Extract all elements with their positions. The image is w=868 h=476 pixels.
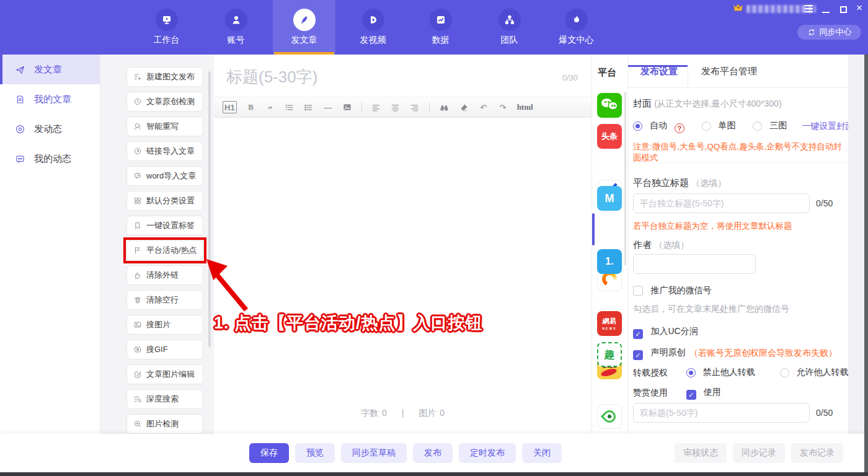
bold-icon[interactable]: B	[246, 101, 256, 113]
sync-to-draft-button[interactable]: 同步至草稿	[341, 443, 407, 463]
close-article-button[interactable]: 关闭	[522, 443, 562, 463]
declare-original-checkbox[interactable]	[633, 350, 643, 360]
author-label: 作者	[633, 239, 652, 250]
close-button[interactable]: ×	[853, 2, 866, 12]
platform-icon-yidianzixun[interactable]: 1.	[597, 249, 622, 274]
reward-label: 赞赏使用	[633, 387, 668, 397]
repost-forbid-radio[interactable]	[686, 368, 696, 377]
platform-icon-dafenghao[interactable]: M	[597, 186, 622, 211]
nav-item-publish-article[interactable]: 发文章	[273, 0, 335, 55]
sidebar-item-publish-article[interactable]: 发文章	[0, 55, 100, 84]
tool-article-image-edit-button[interactable]: 文章图片编辑	[126, 364, 203, 384]
review-status-button[interactable]: 审核状态	[675, 443, 727, 463]
eraser-icon[interactable]	[459, 101, 469, 113]
platform-icon-qutoutiao[interactable]: 趣	[597, 342, 622, 367]
cover-auto-radio[interactable]	[633, 121, 642, 131]
unordered-list-icon[interactable]	[304, 101, 314, 113]
align-right-icon[interactable]	[410, 101, 420, 113]
nav-item-data[interactable]: 数据	[409, 0, 472, 55]
help-question-icon[interactable]: ?	[675, 123, 684, 133]
platform-icon-green-eye[interactable]	[597, 404, 622, 429]
editor-counters: 字数0 | 图片0	[214, 408, 591, 419]
maximize-button[interactable]	[837, 4, 849, 14]
independent-title-input[interactable]	[633, 193, 810, 213]
tools-scrollbar[interactable]	[208, 71, 211, 347]
nav-item-team[interactable]: 团队	[478, 0, 541, 55]
platform-icon-netease[interactable]: 網易 NEWS	[597, 311, 622, 336]
tool-image-check-button[interactable]: 图片检测	[126, 414, 203, 434]
platform-icon-toutiao[interactable]: 头条	[597, 124, 622, 149]
nav-item-publish-video[interactable]: 发视频	[342, 0, 404, 55]
author-input[interactable]	[633, 254, 756, 274]
optional-hint: （选填）	[691, 178, 726, 188]
sidebar-item-publish-moment[interactable]: 发动态	[0, 114, 100, 144]
reward-row: 赞赏使用 使用	[633, 387, 721, 400]
tool-search-gif-button[interactable]: 搜GIF	[126, 340, 203, 359]
platform-icon-text: 1.	[605, 256, 613, 267]
tool-remove-external-links-button[interactable]: 清除外链	[126, 265, 203, 285]
declare-original-row: 声明原创 （若账号无原创权限会导致发布失败）	[633, 347, 837, 360]
tool-originality-check-button[interactable]: 文章原创检测	[126, 92, 203, 112]
publish-records-button[interactable]: 发布记录	[791, 443, 843, 463]
nav-item-workbench[interactable]: 工作台	[135, 0, 198, 55]
nav-item-hot-articles[interactable]: 爆文中心	[545, 0, 608, 55]
insert-image-icon[interactable]	[342, 101, 352, 113]
tool-new-article-button[interactable]: 新建图文发布	[126, 67, 203, 87]
platform-icon-wechat[interactable]	[597, 93, 622, 118]
publish-button[interactable]: 发布	[413, 443, 453, 463]
tool-deep-search-button[interactable]: 深度搜索	[126, 389, 203, 409]
tool-word-import-button[interactable]: word导入文章	[126, 166, 203, 186]
cover-single-radio[interactable]	[702, 121, 711, 131]
cover-triple-radio[interactable]	[753, 121, 762, 131]
list-plus-icon	[133, 73, 142, 81]
nav-item-account[interactable]: 账号	[205, 0, 267, 55]
promote-wechat-label: 推广我的微信号	[650, 285, 711, 295]
horizontal-rule-icon[interactable]: —	[323, 101, 333, 113]
cover-auto-label: 自动	[650, 120, 667, 130]
tab-publish-settings[interactable]: 发布设置	[640, 66, 678, 77]
uc-share-checkbox[interactable]	[633, 329, 643, 339]
preview-button[interactable]: 预览	[295, 443, 335, 463]
sidebar-item-my-moments[interactable]: 我的动态	[0, 144, 100, 174]
align-center-icon[interactable]	[391, 101, 401, 113]
tool-label: 新建图文发布	[146, 71, 195, 82]
article-title-input[interactable]	[226, 63, 518, 90]
ordered-list-icon[interactable]	[285, 101, 294, 113]
promote-wechat-checkbox[interactable]	[633, 286, 643, 296]
panel-scroll-gutter[interactable]	[848, 55, 864, 434]
video-play-icon	[362, 9, 384, 31]
sync-center-label: 同步中心	[820, 27, 852, 38]
menu-icon[interactable]	[802, 4, 815, 14]
platform-rail-scrollbar[interactable]	[624, 92, 626, 265]
chat-dots-icon	[15, 154, 25, 164]
dual-title-input[interactable]	[633, 403, 810, 423]
save-button[interactable]: 保存	[249, 443, 289, 463]
align-left-icon[interactable]	[371, 101, 381, 113]
html-source-icon[interactable]: html	[517, 101, 533, 113]
tool-remove-empty-lines-button[interactable]: 清除空行	[126, 290, 203, 310]
sync-center-button[interactable]: 同步中心	[797, 25, 861, 40]
sidebar-item-my-articles[interactable]: 我的文章	[0, 84, 100, 114]
tool-label: 文章原创检测	[146, 96, 195, 107]
scheduled-publish-button[interactable]: 定时发布	[459, 443, 516, 463]
paper-plane-icon	[15, 64, 25, 75]
tool-smart-rewrite-button[interactable]: 智能重写	[126, 117, 203, 136]
find-binoculars-icon[interactable]	[439, 101, 450, 113]
redo-icon[interactable]: ↷	[498, 101, 508, 113]
one-click-cover-link[interactable]: 一键设置封面	[802, 121, 854, 131]
blockquote-icon[interactable]: ”	[265, 104, 275, 117]
tool-set-tags-button[interactable]: 一键设置标签	[126, 216, 203, 236]
sync-records-button[interactable]: 同步记录	[733, 443, 785, 463]
undo-icon[interactable]: ↶	[479, 101, 489, 113]
tool-search-images-button[interactable]: 搜图片	[126, 315, 203, 335]
article-editor: 0/30 H1 B ” —	[214, 55, 592, 434]
reward-checkbox[interactable]	[686, 390, 696, 400]
tool-platform-activity-button[interactable]: 平台活动/热点	[126, 240, 203, 260]
repost-allow-radio[interactable]	[780, 368, 789, 377]
tool-default-category-button[interactable]: 默认分类设置	[126, 191, 203, 211]
tab-divider	[688, 66, 688, 88]
minimize-button[interactable]	[820, 7, 832, 17]
tool-link-import-button[interactable]: 链接导入文章	[126, 141, 203, 161]
heading-icon[interactable]: H1	[223, 101, 237, 113]
tab-platform-management[interactable]: 发布平台管理	[701, 66, 757, 77]
